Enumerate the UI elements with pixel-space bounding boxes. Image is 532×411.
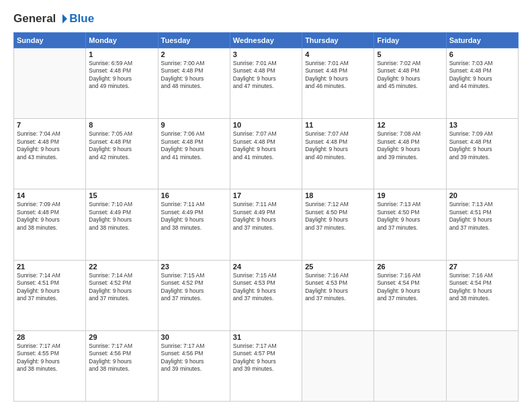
day-number: 19: [377, 191, 443, 199]
week-row-2: 7Sunrise: 7:04 AM Sunset: 4:48 PM Daylig…: [14, 119, 519, 189]
calendar-cell: 4Sunrise: 7:01 AM Sunset: 4:48 PM Daylig…: [302, 48, 374, 119]
cell-info: Sunrise: 7:06 AM Sunset: 4:48 PM Dayligh…: [161, 130, 227, 161]
day-number: 5: [377, 50, 443, 58]
day-number: 13: [449, 121, 515, 129]
calendar-cell: 26Sunrise: 7:16 AM Sunset: 4:54 PM Dayli…: [374, 260, 446, 330]
calendar-cell: 15Sunrise: 7:10 AM Sunset: 4:49 PM Dayli…: [86, 189, 158, 260]
calendar-cell: 19Sunrise: 7:13 AM Sunset: 4:50 PM Dayli…: [374, 189, 446, 260]
day-number: 22: [89, 263, 154, 271]
day-number: 21: [17, 263, 83, 271]
weekday-header-saturday: Saturday: [446, 33, 518, 48]
cell-info: Sunrise: 7:03 AM Sunset: 4:48 PM Dayligh…: [449, 60, 515, 91]
week-row-4: 21Sunrise: 7:14 AM Sunset: 4:51 PM Dayli…: [14, 260, 519, 330]
day-number: 17: [233, 191, 299, 199]
cell-info: Sunrise: 7:11 AM Sunset: 4:49 PM Dayligh…: [233, 201, 299, 232]
day-number: 14: [17, 191, 83, 199]
weekday-header-thursday: Thursday: [302, 33, 374, 48]
day-number: 7: [17, 121, 83, 129]
weekday-header-tuesday: Tuesday: [158, 33, 230, 48]
cell-info: Sunrise: 7:15 AM Sunset: 4:53 PM Dayligh…: [233, 272, 299, 303]
cell-info: Sunrise: 7:17 AM Sunset: 4:57 PM Dayligh…: [233, 342, 299, 373]
week-row-5: 28Sunrise: 7:17 AM Sunset: 4:55 PM Dayli…: [14, 330, 519, 401]
calendar-cell: 18Sunrise: 7:12 AM Sunset: 4:50 PM Dayli…: [302, 189, 374, 260]
cell-info: Sunrise: 7:10 AM Sunset: 4:49 PM Dayligh…: [89, 201, 154, 232]
day-number: 31: [233, 333, 299, 341]
day-number: 10: [233, 121, 299, 129]
calendar-cell: [302, 330, 374, 401]
header: General Blue: [13, 12, 519, 26]
week-row-3: 14Sunrise: 7:09 AM Sunset: 4:48 PM Dayli…: [14, 189, 519, 260]
cell-info: Sunrise: 7:16 AM Sunset: 4:53 PM Dayligh…: [305, 272, 371, 303]
calendar-cell: 27Sunrise: 7:16 AM Sunset: 4:54 PM Dayli…: [446, 260, 518, 330]
cell-info: Sunrise: 7:17 AM Sunset: 4:56 PM Dayligh…: [89, 342, 154, 373]
cell-info: Sunrise: 7:02 AM Sunset: 4:48 PM Dayligh…: [377, 60, 443, 91]
cell-info: Sunrise: 7:16 AM Sunset: 4:54 PM Dayligh…: [449, 272, 515, 303]
logo: General Blue: [13, 12, 94, 26]
weekday-header-row: SundayMondayTuesdayWednesdayThursdayFrid…: [14, 33, 519, 48]
calendar-cell: 2Sunrise: 7:00 AM Sunset: 4:48 PM Daylig…: [158, 48, 230, 119]
day-number: 30: [161, 333, 227, 341]
day-number: 25: [305, 263, 371, 271]
day-number: 20: [449, 191, 515, 199]
calendar-cell: 22Sunrise: 7:14 AM Sunset: 4:52 PM Dayli…: [86, 260, 158, 330]
calendar-cell: [446, 330, 518, 401]
calendar-cell: 6Sunrise: 7:03 AM Sunset: 4:48 PM Daylig…: [446, 48, 518, 119]
calendar-cell: 11Sunrise: 7:07 AM Sunset: 4:48 PM Dayli…: [302, 119, 374, 189]
day-number: 2: [161, 50, 227, 58]
cell-info: Sunrise: 7:09 AM Sunset: 4:48 PM Dayligh…: [449, 130, 515, 161]
calendar-cell: 20Sunrise: 7:13 AM Sunset: 4:51 PM Dayli…: [446, 189, 518, 260]
day-number: 28: [17, 333, 83, 341]
calendar-cell: 23Sunrise: 7:15 AM Sunset: 4:52 PM Dayli…: [158, 260, 230, 330]
calendar-cell: 7Sunrise: 7:04 AM Sunset: 4:48 PM Daylig…: [14, 119, 86, 189]
logo-flag-icon: [56, 13, 69, 25]
day-number: 6: [449, 50, 515, 58]
calendar-cell: 28Sunrise: 7:17 AM Sunset: 4:55 PM Dayli…: [14, 330, 86, 401]
logo-blue-text: Blue: [69, 12, 94, 26]
calendar-cell: 1Sunrise: 6:59 AM Sunset: 4:48 PM Daylig…: [86, 48, 158, 119]
calendar-cell: 10Sunrise: 7:07 AM Sunset: 4:48 PM Dayli…: [230, 119, 302, 189]
cell-info: Sunrise: 7:01 AM Sunset: 4:48 PM Dayligh…: [233, 60, 299, 91]
cell-info: Sunrise: 7:15 AM Sunset: 4:52 PM Dayligh…: [161, 272, 227, 303]
page: General Blue SundayMondayTuesdayWednesda…: [0, 0, 532, 411]
week-row-1: 1Sunrise: 6:59 AM Sunset: 4:48 PM Daylig…: [14, 48, 519, 119]
cell-info: Sunrise: 7:13 AM Sunset: 4:50 PM Dayligh…: [377, 201, 443, 232]
cell-info: Sunrise: 7:07 AM Sunset: 4:48 PM Dayligh…: [305, 130, 371, 161]
calendar-cell: 14Sunrise: 7:09 AM Sunset: 4:48 PM Dayli…: [14, 189, 86, 260]
cell-info: Sunrise: 7:11 AM Sunset: 4:49 PM Dayligh…: [161, 201, 227, 232]
day-number: 18: [305, 191, 371, 199]
weekday-header-sunday: Sunday: [14, 33, 86, 48]
day-number: 1: [89, 50, 154, 58]
weekday-header-friday: Friday: [374, 33, 446, 48]
cell-info: Sunrise: 7:08 AM Sunset: 4:48 PM Dayligh…: [377, 130, 443, 161]
weekday-header-wednesday: Wednesday: [230, 33, 302, 48]
day-number: 23: [161, 263, 227, 271]
day-number: 12: [377, 121, 443, 129]
logo-general-text: General: [13, 12, 56, 26]
day-number: 16: [161, 191, 227, 199]
cell-info: Sunrise: 7:14 AM Sunset: 4:51 PM Dayligh…: [17, 272, 83, 303]
calendar-cell: 25Sunrise: 7:16 AM Sunset: 4:53 PM Dayli…: [302, 260, 374, 330]
calendar-cell: 17Sunrise: 7:11 AM Sunset: 4:49 PM Dayli…: [230, 189, 302, 260]
calendar-table: SundayMondayTuesdayWednesdayThursdayFrid…: [13, 32, 519, 402]
calendar-cell: 16Sunrise: 7:11 AM Sunset: 4:49 PM Dayli…: [158, 189, 230, 260]
calendar-cell: 3Sunrise: 7:01 AM Sunset: 4:48 PM Daylig…: [230, 48, 302, 119]
calendar-cell: 21Sunrise: 7:14 AM Sunset: 4:51 PM Dayli…: [14, 260, 86, 330]
cell-info: Sunrise: 7:09 AM Sunset: 4:48 PM Dayligh…: [17, 201, 83, 232]
day-number: 24: [233, 263, 299, 271]
day-number: 29: [89, 333, 154, 341]
cell-info: Sunrise: 7:17 AM Sunset: 4:56 PM Dayligh…: [161, 342, 227, 373]
calendar-cell: 29Sunrise: 7:17 AM Sunset: 4:56 PM Dayli…: [86, 330, 158, 401]
calendar-cell: 31Sunrise: 7:17 AM Sunset: 4:57 PM Dayli…: [230, 330, 302, 401]
cell-info: Sunrise: 7:13 AM Sunset: 4:51 PM Dayligh…: [449, 201, 515, 232]
svg-marker-0: [62, 14, 67, 24]
calendar-cell: [374, 330, 446, 401]
calendar-cell: 30Sunrise: 7:17 AM Sunset: 4:56 PM Dayli…: [158, 330, 230, 401]
day-number: 11: [305, 121, 371, 129]
cell-info: Sunrise: 7:07 AM Sunset: 4:48 PM Dayligh…: [233, 130, 299, 161]
cell-info: Sunrise: 7:16 AM Sunset: 4:54 PM Dayligh…: [377, 272, 443, 303]
calendar-cell: 13Sunrise: 7:09 AM Sunset: 4:48 PM Dayli…: [446, 119, 518, 189]
day-number: 9: [161, 121, 227, 129]
cell-info: Sunrise: 7:12 AM Sunset: 4:50 PM Dayligh…: [305, 201, 371, 232]
calendar-cell: 9Sunrise: 7:06 AM Sunset: 4:48 PM Daylig…: [158, 119, 230, 189]
day-number: 4: [305, 50, 371, 58]
